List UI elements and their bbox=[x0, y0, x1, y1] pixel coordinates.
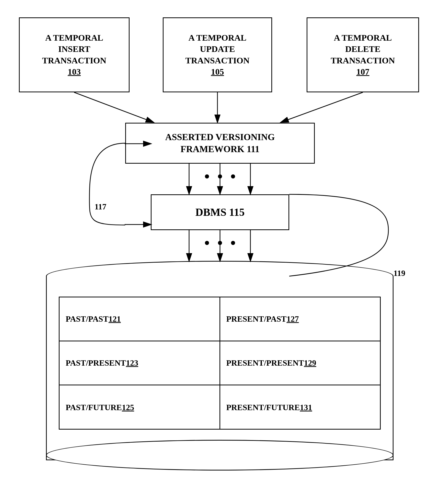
update-transaction-box: A TEMPORAL UPDATE TRANSACTION 105 bbox=[163, 17, 272, 92]
insert-line3: TRANSACTION bbox=[42, 55, 106, 66]
update-line1: A TEMPORAL bbox=[188, 32, 246, 43]
cell-present-future: PRESENT/FUTURE 131 bbox=[220, 385, 380, 429]
db-grid-row-2: PAST/PRESENT 123 PRESENT/PRESENT 129 bbox=[60, 341, 380, 385]
svg-point-13 bbox=[205, 241, 209, 245]
cell-present-past: PRESENT/PAST 127 bbox=[220, 297, 380, 341]
dbms-label: DBMS bbox=[195, 206, 226, 218]
label-117: 117 bbox=[95, 202, 106, 211]
svg-point-15 bbox=[231, 241, 235, 245]
cell-present-present: PRESENT/PRESENT 129 bbox=[220, 341, 380, 385]
cell-past-present: PAST/PRESENT 123 bbox=[60, 341, 220, 385]
diagram-container: A TEMPORAL INSERT TRANSACTION 103 A TEMP… bbox=[0, 0, 440, 504]
db-grid-row-3: PAST/FUTURE 125 PRESENT/FUTURE 131 bbox=[60, 385, 380, 429]
delete-ref: 107 bbox=[356, 66, 369, 77]
dbms-box: DBMS 115 bbox=[151, 194, 289, 230]
delete-line3: TRANSACTION bbox=[331, 55, 395, 66]
avf-line1: ASSERTED VERSIONING bbox=[165, 131, 275, 143]
svg-point-7 bbox=[205, 174, 209, 178]
delete-line1: A TEMPORAL bbox=[334, 32, 392, 43]
cell-past-future: PAST/FUTURE 125 bbox=[60, 385, 220, 429]
avf-ref: 111 bbox=[247, 144, 259, 154]
svg-point-8 bbox=[218, 174, 222, 178]
db-grid-row-1: PAST/PAST 121 PRESENT/PAST 127 bbox=[60, 297, 380, 341]
svg-line-1 bbox=[74, 92, 153, 122]
svg-point-14 bbox=[218, 241, 222, 245]
db-grid: PAST/PAST 121 PRESENT/PAST 127 PAST/PRES… bbox=[59, 297, 381, 430]
insert-transaction-box: A TEMPORAL INSERT TRANSACTION 103 bbox=[19, 17, 130, 92]
update-line3: TRANSACTION bbox=[185, 55, 249, 66]
cell-past-past: PAST/PAST 121 bbox=[60, 297, 220, 341]
update-line2: UPDATE bbox=[200, 43, 235, 55]
svg-line-3 bbox=[281, 92, 363, 122]
delete-transaction-box: A TEMPORAL DELETE TRANSACTION 107 bbox=[307, 17, 419, 92]
avf-line2: FRAMEWORK bbox=[180, 144, 244, 154]
insert-ref: 103 bbox=[68, 66, 81, 77]
insert-line2: INSERT bbox=[58, 43, 90, 55]
update-ref: 105 bbox=[211, 66, 224, 77]
delete-line2: DELETE bbox=[345, 43, 380, 55]
avf-box: ASSERTED VERSIONING FRAMEWORK 111 bbox=[125, 123, 315, 164]
insert-line1: A TEMPORAL bbox=[45, 32, 103, 43]
cylinder-bottom bbox=[46, 440, 393, 471]
label-119: 119 bbox=[393, 268, 405, 278]
dbms-ref: 115 bbox=[229, 206, 245, 218]
svg-point-9 bbox=[231, 174, 235, 178]
